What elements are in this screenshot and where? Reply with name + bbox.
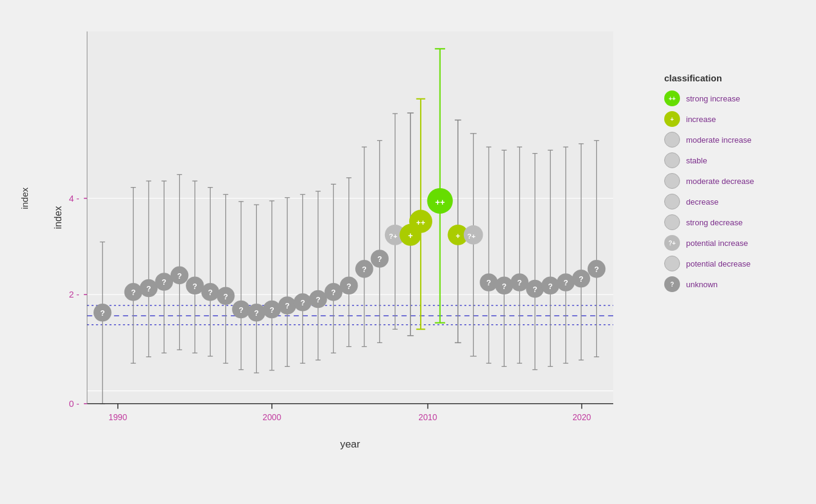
x-tick-label-2010: 2010 [418,413,437,422]
data-label: ++ [435,198,445,207]
plot-area: index [49,18,658,455]
legend-area: classification ++ strong increase + incr… [658,0,816,504]
x-tick-label-1990: 1990 [109,413,127,422]
data-label: ? [532,285,537,294]
legend-label-unknown: unknown [686,280,718,289]
y-tick-label-4: 4 - [69,194,79,203]
legend-item-unknown: ? unknown [664,276,804,292]
legend-item-strong-increase: ++ strong increase [664,90,804,106]
data-label: ? [594,265,599,274]
y-tick-label-2: 2 - [69,290,79,299]
legend-circle-stable [664,152,680,168]
chart-container: index [0,0,816,504]
data-label: ? [579,275,583,284]
legend-circle-potential-increase: ?+ [664,235,680,251]
data-label: ? [177,272,182,281]
data-label: ? [131,288,136,297]
legend-circle-strong-increase: ++ [664,90,680,106]
legend-item-stable: stable [664,152,804,168]
legend-circle-strong-decrease [664,214,680,230]
data-label: ? [162,278,166,287]
data-label: ? [501,282,506,291]
legend-circle-moderate-decrease [664,173,680,189]
y-tick-label-0: 0 - [69,399,79,409]
y-axis-label: index [19,188,30,209]
legend-label-moderate-increase: moderate increase [686,135,752,145]
data-label: ? [100,309,105,318]
legend-label-strong-increase: strong increase [686,94,740,103]
x-tick-label-2020: 2020 [573,413,591,422]
legend-item-moderate-increase: moderate increase [664,132,804,148]
legend-item-moderate-decrease: moderate decrease [664,173,804,189]
legend-label-stable: stable [686,156,707,165]
data-label: ? [192,282,197,291]
data-label: ? [331,288,336,297]
legend-item-potential-decrease: potential decrease [664,256,804,271]
data-label: ++ [416,219,426,227]
data-label: + [456,232,460,240]
data-label: ? [377,255,382,264]
data-label: ? [146,285,151,293]
legend-title: classification [664,73,804,83]
plot-background [87,32,613,404]
y-axis-title: index [53,206,63,229]
legend-label-increase: increase [686,115,716,124]
data-label: ? [347,282,352,291]
data-label: ? [270,306,274,315]
legend-circle-moderate-increase [664,132,680,148]
legend-label-decrease: decrease [686,197,718,206]
legend-label-strong-decrease: strong decrease [686,218,743,227]
chart-svg: ? ? ? ? ? [49,18,658,455]
data-label: ? [208,288,212,297]
legend-circle-increase: + [664,111,680,127]
legend-label-potential-increase: potential increase [686,239,748,248]
data-label: + [408,231,413,240]
legend-circle-potential-decrease [664,256,680,271]
x-axis-title: year [340,438,360,450]
legend-circle-unknown: ? [664,276,680,292]
legend-item-potential-increase: ?+ potential increase [664,235,804,251]
legend-label-potential-decrease: potential decrease [686,259,750,268]
legend-label-moderate-decrease: moderate decrease [686,177,754,186]
data-label: ? [254,309,259,318]
data-label: ? [517,279,522,287]
data-label: ? [563,279,568,287]
data-label: ? [239,306,243,315]
data-label: ?+ [389,232,398,240]
legend-item-strong-decrease: strong decrease [664,214,804,230]
data-label: ? [548,282,553,291]
data-label: ? [316,296,321,304]
legend-item-decrease: decrease [664,194,804,209]
data-label: ? [223,293,228,301]
data-label: ? [486,279,491,287]
legend-item-increase: + increase [664,111,804,127]
data-label: ? [285,302,290,310]
legend-circle-decrease [664,194,680,209]
data-label: ? [362,265,367,274]
x-tick-label-2000: 2000 [263,413,282,422]
data-label: ? [301,299,305,307]
data-label: ?+ [467,232,476,240]
